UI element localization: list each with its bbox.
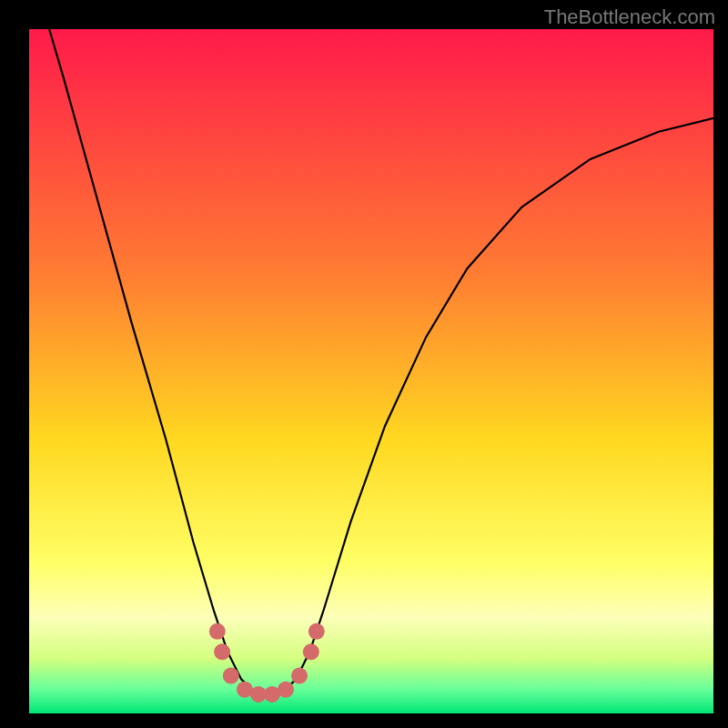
marker-point xyxy=(223,668,239,684)
marker-point xyxy=(303,643,319,660)
bottleneck-chart xyxy=(29,29,713,713)
marker-point xyxy=(308,623,325,640)
marker-point xyxy=(278,682,294,698)
chart-background xyxy=(29,29,713,713)
marker-point xyxy=(209,623,226,640)
marker-point xyxy=(214,643,230,660)
marker-point xyxy=(291,668,308,684)
watermark-text: TheBottleneck.com xyxy=(544,5,715,29)
